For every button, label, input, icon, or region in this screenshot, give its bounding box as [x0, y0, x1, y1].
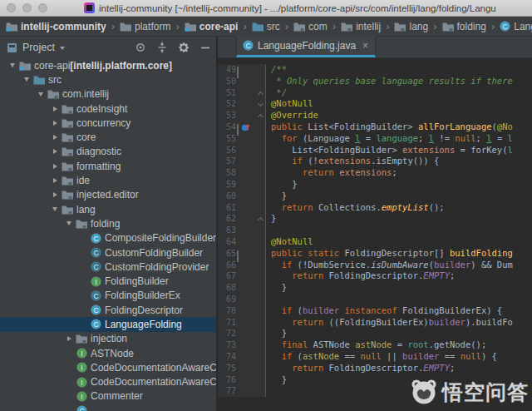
gutter-cell[interactable]	[239, 98, 266, 110]
line-number[interactable]: 61	[218, 202, 239, 214]
code-line-77[interactable]: 77	[218, 385, 532, 397]
expand-arrow-icon[interactable]	[35, 92, 47, 97]
line-number[interactable]: 70	[218, 305, 239, 317]
expand-arrow-icon[interactable]	[49, 207, 61, 211]
fold-marker-icon[interactable]	[258, 217, 264, 223]
line-number[interactable]: 53	[218, 110, 239, 121]
gutter-cell[interactable]	[239, 145, 266, 156]
fold-marker-icon[interactable]	[258, 92, 264, 97]
close-window-button[interactable]	[7, 3, 16, 12]
line-number[interactable]: 69	[218, 294, 239, 305]
minimize-window-button[interactable]	[22, 3, 32, 12]
code-line-52[interactable]: 52@NotNull	[218, 98, 532, 110]
tree-row-codedocumentationawareco[interactable]: ICodeDocumentationAwareCo	[0, 375, 216, 389]
tree-row-foldingdescriptor[interactable]: CFoldingDescriptor	[0, 303, 216, 317]
code-line-61[interactable]: 61 return Collections.emptyList();	[218, 202, 532, 214]
code-line-49[interactable]: 49/**	[218, 64, 532, 76]
gutter-cell[interactable]	[239, 385, 266, 397]
zoom-window-button[interactable]	[38, 3, 47, 12]
tree-row-commenter[interactable]: ICommenter	[0, 389, 216, 404]
locate-icon[interactable]	[135, 42, 146, 53]
tree-row-core[interactable]: core	[0, 130, 216, 144]
line-number[interactable]: 60	[218, 191, 239, 202]
breadcrumb-item-intellij[interactable]: intellij	[341, 21, 381, 32]
breadcrumb-item-com[interactable]: com	[293, 21, 328, 32]
editor-tab-languagefolding[interactable]: C LanguageFolding.java ×	[236, 36, 376, 57]
expand-arrow-icon[interactable]	[63, 336, 75, 341]
tree-row-compositefoldingbuilder[interactable]: CCompositeFoldingBuilder	[0, 231, 216, 245]
fold-marker-icon[interactable]	[258, 114, 264, 120]
gutter-cell[interactable]	[239, 270, 266, 282]
line-number[interactable]: 59	[218, 179, 239, 191]
expand-arrow-icon[interactable]	[49, 121, 61, 126]
gutter-cell[interactable]	[239, 167, 266, 179]
code-line-69[interactable]: 69	[218, 294, 532, 305]
code-line-65[interactable]: 65public static FoldingDescriptor[] buil…	[218, 248, 532, 260]
gutter-cell[interactable]	[239, 87, 266, 99]
project-panel-title[interactable]: Project	[22, 42, 55, 53]
expand-arrow-icon[interactable]	[49, 135, 61, 140]
gutter-cell[interactable]	[239, 76, 266, 87]
gutter-cell[interactable]	[239, 351, 266, 363]
gutter-cell[interactable]	[239, 121, 266, 133]
code-line-76[interactable]: 76 }	[218, 374, 532, 386]
code-line-50[interactable]: 50 * Only queries base language results …	[218, 76, 532, 87]
gutter-cell[interactable]	[239, 305, 266, 317]
tree-row-concurrency[interactable]: concurrency	[0, 116, 216, 130]
collapse-icon[interactable]	[156, 42, 168, 53]
line-number[interactable]: 56	[218, 145, 239, 156]
hide-icon[interactable]	[200, 42, 211, 53]
line-number[interactable]: 68	[218, 282, 239, 294]
overrides-method-icon[interactable]	[241, 122, 251, 132]
tree-row-injected-editor[interactable]: injected.editor	[0, 188, 216, 202]
tree-row-foldingbuilder[interactable]: IFoldingBuilder	[0, 274, 216, 288]
line-number[interactable]: 63	[218, 225, 239, 236]
line-number[interactable]: 67	[218, 270, 239, 282]
line-number[interactable]: 76	[218, 374, 239, 386]
tree-row-src[interactable]: src	[0, 72, 216, 87]
fold-marker-icon[interactable]	[258, 101, 264, 106]
line-number[interactable]: 57	[218, 156, 239, 167]
code-line-57[interactable]: 57 if (!extensions.isEmpty()) {	[218, 156, 532, 167]
breadcrumb-item-src[interactable]: src	[252, 21, 280, 32]
gutter-cell[interactable]	[239, 294, 266, 305]
gutter-cell[interactable]	[239, 110, 266, 121]
line-number[interactable]: 72	[218, 328, 239, 339]
breadcrumb-item-platform[interactable]: platform	[120, 21, 170, 32]
gutter-cell[interactable]	[239, 156, 266, 167]
code-line-72[interactable]: 72 }	[218, 328, 532, 339]
gutter-cell[interactable]	[239, 282, 266, 294]
tree-row-codedocumentationawareco[interactable]: ICodeDocumentationAwareCo	[0, 360, 216, 374]
tree-row-com-intellij[interactable]: com.intellij	[0, 87, 216, 102]
breadcrumb-item-folding[interactable]: folding	[442, 21, 486, 32]
gutter-cell[interactable]	[239, 260, 266, 271]
fold-marker-icon[interactable]	[237, 250, 239, 262]
gutter-cell[interactable]	[239, 248, 266, 260]
gutter-cell[interactable]	[239, 363, 266, 374]
tree-row-languagefolding[interactable]: CLanguageFolding	[0, 317, 216, 331]
gutter-cell[interactable]	[239, 213, 266, 225]
tree-row-foldingbuilderex[interactable]: CFoldingBuilderEx	[0, 289, 216, 303]
tree-row-customfoldingprovider[interactable]: CCustomFoldingProvider	[0, 260, 216, 274]
code-editor[interactable]: 49/**50 * Only queries base language res…	[218, 58, 532, 411]
line-number[interactable]: 51	[218, 87, 239, 99]
line-number[interactable]: 74	[218, 351, 239, 363]
gutter-cell[interactable]	[239, 133, 266, 145]
line-number[interactable]: 75	[218, 363, 239, 374]
chevron-down-icon[interactable]	[60, 47, 65, 50]
gutter-cell[interactable]	[239, 64, 266, 76]
tree-row-lang[interactable]: lang	[0, 202, 216, 216]
code-line-75[interactable]: 75 return FoldingDescriptor.EMPTY;	[218, 363, 532, 374]
code-line-63[interactable]: 63	[218, 225, 532, 236]
expand-arrow-icon[interactable]	[49, 178, 61, 183]
expand-arrow-icon[interactable]	[21, 77, 32, 82]
expand-arrow-icon[interactable]	[63, 221, 75, 225]
gutter-cell[interactable]	[239, 374, 266, 386]
tree-row-folding[interactable]: folding	[0, 216, 216, 230]
tree-row-partial[interactable]: C	[0, 404, 216, 411]
expand-arrow-icon[interactable]	[49, 192, 61, 197]
code-line-74[interactable]: 74 if (astNode == null || builder == nul…	[218, 351, 532, 363]
gutter-cell[interactable]	[239, 202, 266, 214]
line-number[interactable]: 58	[218, 167, 239, 179]
tree-row-codeinsight[interactable]: codeInsight	[0, 102, 216, 116]
